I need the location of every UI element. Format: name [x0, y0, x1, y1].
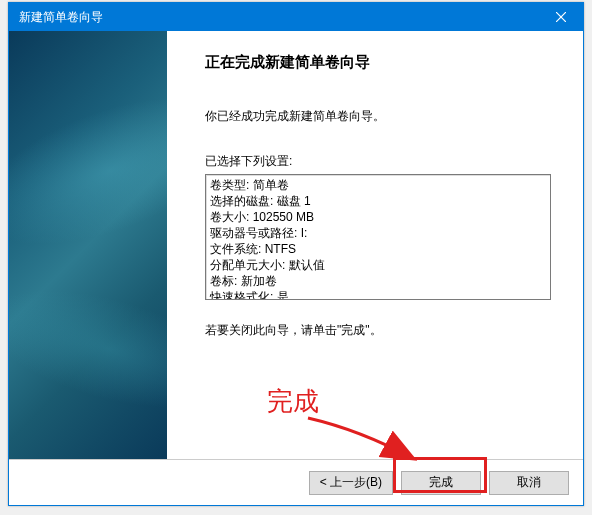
- settings-line: 卷标: 新加卷: [210, 273, 546, 289]
- closing-text: 若要关闭此向导，请单击"完成"。: [205, 322, 553, 339]
- settings-line: 卷大小: 102550 MB: [210, 209, 546, 225]
- intro-text: 你已经成功完成新建简单卷向导。: [205, 108, 553, 125]
- page-heading: 正在完成新建简单卷向导: [205, 53, 553, 72]
- main-panel: 正在完成新建简单卷向导 你已经成功完成新建简单卷向导。 已选择下列设置: 卷类型…: [167, 31, 583, 459]
- settings-line: 驱动器号或路径: I:: [210, 225, 546, 241]
- window-title: 新建简单卷向导: [19, 9, 103, 26]
- finish-button[interactable]: 完成: [401, 471, 481, 495]
- button-footer: < 上一步(B) 完成 取消: [9, 459, 583, 505]
- settings-line: 选择的磁盘: 磁盘 1: [210, 193, 546, 209]
- settings-listbox[interactable]: 卷类型: 简单卷选择的磁盘: 磁盘 1卷大小: 102550 MB驱动器号或路径…: [205, 174, 551, 300]
- settings-line: 快速格式化: 是: [210, 289, 546, 300]
- settings-label: 已选择下列设置:: [205, 153, 553, 170]
- cancel-button[interactable]: 取消: [489, 471, 569, 495]
- back-button[interactable]: < 上一步(B): [309, 471, 393, 495]
- content-area: 正在完成新建简单卷向导 你已经成功完成新建简单卷向导。 已选择下列设置: 卷类型…: [9, 31, 583, 459]
- titlebar: 新建简单卷向导: [9, 3, 583, 31]
- wizard-window: 新建简单卷向导 正在完成新建简单卷向导 你已经成功完成新建简单卷向导。 已选择下…: [8, 2, 584, 506]
- close-button[interactable]: [539, 3, 583, 31]
- settings-line: 卷类型: 简单卷: [210, 177, 546, 193]
- settings-line: 文件系统: NTFS: [210, 241, 546, 257]
- close-icon: [556, 12, 566, 22]
- wizard-sidebar-image: [9, 31, 167, 459]
- settings-line: 分配单元大小: 默认值: [210, 257, 546, 273]
